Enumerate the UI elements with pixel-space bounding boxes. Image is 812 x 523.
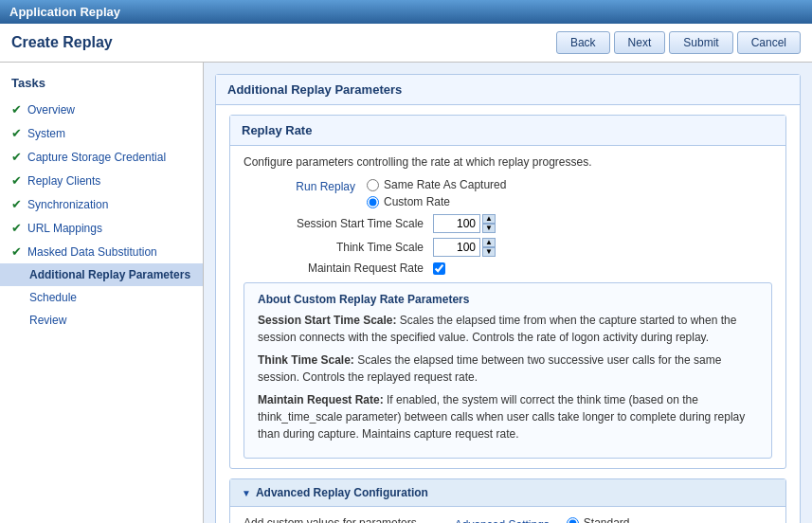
check-icon-capture: ✔: [11, 150, 22, 164]
check-icon-sync: ✔: [11, 197, 22, 211]
think-time-label: Think Time Scale: [244, 241, 433, 254]
about-maintain-strong: Maintain Request Rate:: [258, 393, 384, 406]
custom-rate-option[interactable]: Custom Rate: [367, 195, 506, 208]
page-header: Create Replay Back Next Submit Cancel: [0, 24, 812, 63]
sidebar-item-review[interactable]: Review: [0, 309, 203, 332]
replay-rate-panel: Replay Rate Configure parameters control…: [229, 115, 786, 469]
sidebar-item-replay-clients[interactable]: ✔ Replay Clients: [0, 169, 203, 192]
sidebar-label-review: Review: [29, 314, 66, 327]
maintain-label: Maintain Request Rate: [244, 262, 433, 275]
check-icon-url: ✔: [11, 221, 22, 235]
sidebar: Tasks ✔ Overview ✔ System ✔ Capture Stor…: [0, 63, 204, 523]
check-icon-overview: ✔: [11, 102, 22, 117]
advanced-title: Advanced Replay Configuration: [256, 486, 428, 499]
think-time-row: Think Time Scale 100 ▲ ▼: [244, 238, 772, 257]
sidebar-item-synchronization[interactable]: ✔ Synchronization: [0, 192, 203, 216]
sidebar-label-additional: Additional Replay Parameters: [29, 268, 190, 281]
same-rate-label: Same Rate As Captured: [384, 178, 506, 191]
sidebar-label-capture: Capture Storage Credential: [27, 151, 166, 164]
about-session-start: Session Start Time Scale: Scales the ela…: [258, 312, 758, 346]
collapse-icon: ▼: [242, 488, 251, 498]
back-button[interactable]: Back: [556, 31, 610, 54]
replay-rate-desc: Configure parameters controlling the rat…: [244, 155, 772, 169]
advanced-header[interactable]: ▼ Advanced Replay Configuration: [230, 479, 785, 507]
sidebar-label-masked: Masked Data Substitution: [27, 245, 157, 259]
about-session-strong: Session Start Time Scale:: [258, 314, 397, 327]
sidebar-item-schedule[interactable]: Schedule: [0, 286, 203, 309]
replay-rate-title: Replay Rate: [230, 116, 785, 146]
about-panel: About Custom Replay Rate Parameters Sess…: [244, 282, 772, 459]
sidebar-label-replay-clients: Replay Clients: [27, 174, 100, 188]
standard-option[interactable]: Standard: [567, 516, 630, 523]
app-title-bar: Application Replay: [0, 0, 812, 24]
session-start-input[interactable]: 100: [433, 214, 480, 233]
run-replay-label: Run Replay: [244, 178, 367, 193]
same-rate-option[interactable]: Same Rate As Captured: [367, 178, 506, 191]
next-button[interactable]: Next: [614, 31, 666, 54]
app-container: Application Replay Create Replay Back Ne…: [0, 0, 812, 523]
additional-replay-content: Replay Rate Configure parameters control…: [216, 105, 800, 523]
standard-radio[interactable]: [567, 517, 579, 524]
think-time-down[interactable]: ▼: [482, 247, 496, 257]
advanced-desc-line1: Add custom values for parameters: [244, 516, 417, 523]
sidebar-item-capture-storage[interactable]: ✔ Capture Storage Credential: [0, 145, 203, 169]
advanced-settings-block: Advanced Settings Standard C: [455, 516, 630, 523]
custom-rate-label: Custom Rate: [384, 195, 450, 208]
maintain-row: Maintain Request Rate: [244, 262, 772, 275]
sidebar-label-overview: Overview: [27, 103, 75, 117]
sidebar-heading: Tasks: [0, 72, 203, 98]
maintain-checkbox[interactable]: [433, 262, 445, 275]
sidebar-label-schedule: Schedule: [29, 291, 77, 304]
advanced-content: Add custom values for parameters used du…: [230, 507, 785, 523]
think-time-input[interactable]: 100: [433, 238, 480, 257]
check-icon-masked: ✔: [11, 244, 22, 259]
same-rate-radio[interactable]: [367, 179, 379, 191]
session-start-arrows: ▲ ▼: [482, 214, 496, 233]
about-think-time: Think Time Scale: Scales the elapsed tim…: [258, 352, 758, 386]
session-start-down[interactable]: ▼: [482, 224, 496, 233]
sidebar-item-overview[interactable]: ✔ Overview: [0, 98, 203, 121]
advanced-inner: Add custom values for parameters used du…: [244, 516, 772, 523]
sidebar-item-masked-data[interactable]: ✔ Masked Data Substitution: [0, 240, 203, 263]
sidebar-item-url-mappings[interactable]: ✔ URL Mappings: [0, 216, 203, 240]
sidebar-label-url: URL Mappings: [27, 222, 102, 235]
run-replay-options: Same Rate As Captured Custom Rate: [367, 178, 506, 208]
sidebar-item-additional-replay[interactable]: Additional Replay Parameters: [0, 263, 203, 286]
app-title-text: Application Replay: [9, 5, 120, 19]
sidebar-item-system[interactable]: ✔ System: [0, 121, 203, 145]
sidebar-label-sync: Synchronization: [27, 198, 108, 211]
header-buttons: Back Next Submit Cancel: [556, 31, 801, 54]
advanced-desc-block: Add custom values for parameters used du…: [244, 516, 417, 523]
cancel-button[interactable]: Cancel: [737, 31, 801, 54]
advanced-settings-label: Advanced Settings: [455, 516, 559, 523]
check-icon-replay-clients: ✔: [11, 173, 22, 188]
custom-rate-radio[interactable]: [367, 196, 379, 208]
think-time-up[interactable]: ▲: [482, 238, 496, 247]
about-think-strong: Think Time Scale:: [258, 353, 354, 367]
advanced-settings-options: Standard Custom: [567, 516, 630, 523]
additional-replay-panel: Additional Replay Parameters Replay Rate…: [215, 74, 801, 523]
session-start-up[interactable]: ▲: [482, 214, 496, 224]
sidebar-label-system: System: [27, 127, 65, 140]
check-icon-system: ✔: [11, 126, 22, 140]
think-time-arrows: ▲ ▼: [482, 238, 496, 257]
advanced-section: ▼ Advanced Replay Configuration Add cust…: [229, 478, 786, 523]
standard-label: Standard: [584, 516, 630, 523]
about-maintain: Maintain Request Rate: If enabled, the s…: [258, 391, 758, 442]
submit-button[interactable]: Submit: [669, 31, 732, 54]
page-title: Create Replay: [11, 34, 113, 51]
session-start-row: Session Start Time Scale 100 ▲ ▼: [244, 214, 772, 233]
content-area: Additional Replay Parameters Replay Rate…: [204, 63, 812, 523]
about-title: About Custom Replay Rate Parameters: [258, 293, 758, 306]
replay-rate-content: Configure parameters controlling the rat…: [230, 146, 785, 468]
run-replay-row: Run Replay Same Rate As Captured Custom …: [244, 178, 772, 208]
main-container: Tasks ✔ Overview ✔ System ✔ Capture Stor…: [0, 63, 812, 523]
additional-replay-title: Additional Replay Parameters: [216, 75, 800, 105]
session-start-label: Session Start Time Scale: [244, 217, 433, 230]
